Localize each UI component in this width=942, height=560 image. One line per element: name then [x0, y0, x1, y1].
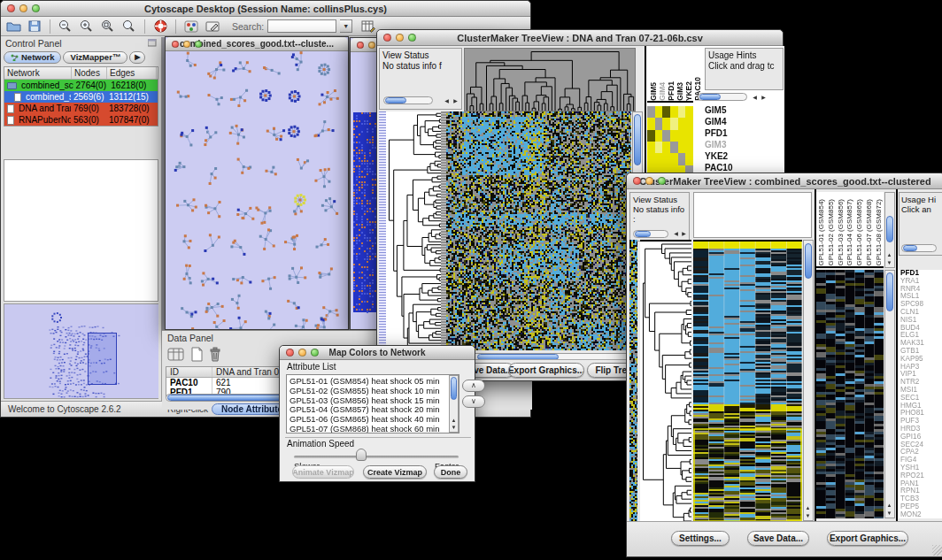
zoom-in-icon[interactable]	[78, 19, 96, 35]
main-titlebar[interactable]: Cytoscape Desktop (Session Name: collins…	[1, 1, 530, 17]
open-file-icon[interactable]	[4, 19, 22, 35]
zoom-button[interactable]	[311, 349, 319, 357]
create-vizmap-button[interactable]: Create Vizmap	[363, 465, 427, 479]
help-lifebuoy-icon[interactable]	[151, 19, 169, 35]
zoom-column-label: GPL51-04 (GSM857)	[845, 199, 853, 266]
network-list-item[interactable]: combined_scores2764(0)16218(0)	[4, 80, 158, 91]
move-down-button[interactable]: ∨	[462, 395, 485, 408]
row-dendrogram[interactable]	[640, 240, 691, 523]
view-status-panel: View Status No status info : ◀ ▶	[629, 192, 690, 242]
close-button[interactable]	[7, 4, 15, 12]
minimize-button[interactable]	[368, 42, 375, 49]
view-status-scrollbar[interactable]	[383, 96, 433, 104]
zoom-column-label: GPL51-06 (GSM865)	[855, 199, 863, 266]
animation-slider-thumb[interactable]	[356, 449, 367, 461]
attribute-select-icon[interactable]	[167, 347, 185, 365]
mini-heatmap-cell	[655, 106, 663, 118]
mini-heatmap-cell	[655, 153, 663, 165]
dialog-titlebar[interactable]: Map Colors to Network	[280, 346, 475, 360]
row-dendrogram[interactable]	[386, 111, 441, 350]
global-heatmap[interactable]	[693, 240, 802, 523]
network-table-header[interactable]: Network Nodes Edges	[4, 67, 158, 80]
network-canvas[interactable]	[166, 51, 348, 329]
zoom-out-icon[interactable]	[57, 19, 74, 35]
network-list-item[interactable]: combined_sco2569(6)13112(15)	[4, 91, 158, 103]
animation-slider-track[interactable]	[294, 456, 459, 458]
search-dropdown-arrow[interactable]: ▼	[340, 19, 352, 33]
save-icon[interactable]	[26, 19, 43, 35]
export-graphics-button[interactable]: Export Graphics...	[827, 531, 908, 546]
minimize-button[interactable]	[298, 349, 306, 357]
network-window-titlebar[interactable]: combined_scores_good.txt--cluste...	[166, 37, 348, 51]
annotation-icon[interactable]	[204, 19, 221, 35]
scroll-right-arrow[interactable]: ▶	[452, 98, 459, 104]
zoom-heatmap[interactable]	[816, 270, 884, 518]
network-list-item[interactable]: DNA and Tran 07769(0)183728(0)	[4, 103, 158, 114]
export-graphics-button[interactable]: Export Graphics...	[508, 363, 584, 378]
network-overview-thumbnail[interactable]	[4, 303, 158, 399]
scroll-right-arrow[interactable]: ▶	[680, 231, 688, 237]
zoom-actual-icon[interactable]	[120, 19, 138, 35]
resize-grip[interactable]	[932, 545, 942, 556]
new-attribute-icon[interactable]	[190, 347, 204, 365]
attribute-list-scrollbar[interactable]: ▲▼	[449, 375, 459, 433]
close-button[interactable]	[633, 177, 641, 185]
scroll-left-arrow[interactable]: ◀	[751, 95, 759, 101]
zoom-hscrollbar[interactable]	[698, 93, 747, 101]
attribute-table-icon[interactable]	[359, 19, 377, 35]
animate-vizmap-button[interactable]: Animate Vizmap	[292, 465, 354, 479]
vizmap-nodes-icon[interactable]	[182, 19, 200, 35]
mini-heatmap-cell	[647, 142, 655, 153]
treeview-window-combined: ClusterMaker TreeView : combined_scores_…	[626, 173, 942, 557]
close-button[interactable]	[286, 349, 294, 357]
scroll-left-arrow[interactable]: ◀	[443, 98, 451, 104]
mini-heatmap-cell	[678, 130, 686, 142]
attribute-item[interactable]: GPL51-07 (GSM868) heat shock 60 min	[290, 425, 459, 433]
settings-button[interactable]: Settings...	[671, 531, 730, 546]
labels-vscrollbar[interactable]: ▲▼	[884, 192, 895, 268]
close-button[interactable]	[383, 34, 391, 42]
network-view-window: combined_scores_good.txt--cluste...	[165, 36, 349, 330]
float-panel-icon[interactable]	[148, 38, 157, 49]
search-label: Search:	[232, 21, 264, 32]
mini-heatmap-cell	[670, 106, 678, 118]
zoom-vscrollbar[interactable]: ▲▼	[884, 270, 895, 518]
view-status-scrollbar[interactable]	[633, 230, 668, 238]
minimize-button[interactable]	[183, 41, 190, 48]
minimize-button[interactable]	[396, 34, 404, 42]
mini-heatmap-cell	[685, 130, 693, 142]
minimize-button[interactable]	[19, 4, 27, 12]
minimize-button[interactable]	[645, 177, 653, 185]
tab-vizmapper[interactable]: VizMapper™	[63, 51, 127, 64]
network-list-item[interactable]: RNAPuberNov2+I563(0)107847(0)	[4, 114, 158, 126]
done-button[interactable]: Done	[434, 465, 467, 479]
global-heatmap[interactable]	[446, 111, 631, 350]
zoom-button[interactable]	[32, 4, 40, 12]
zoom-fit-icon[interactable]	[99, 19, 117, 35]
zoom-heatmap[interactable]	[647, 106, 693, 177]
scroll-left-arrow[interactable]: ◀	[672, 231, 680, 237]
move-up-button[interactable]: ∧	[462, 380, 485, 392]
zoom-column-label: GPL51-01 (GSM854)	[817, 199, 825, 266]
tab-overflow-arrow[interactable]: ▶	[129, 51, 145, 64]
usage-hints-scrollbar[interactable]	[901, 244, 937, 252]
save-data-button[interactable]: Save Data...	[747, 531, 809, 546]
gene-name-list[interactable]: PFD1YRA1RNR4MSL1SPC98CLN1NIS1BUD4ELG1MAK…	[898, 270, 942, 518]
treeview1-titlebar[interactable]: ClusterMaker TreeView : DNA and Tran 07-…	[377, 30, 783, 46]
gene-label[interactable]: MON2	[900, 511, 942, 518]
column-dendrogram[interactable]	[464, 48, 636, 111]
attribute-list[interactable]: GPL51-01 (GSM854) heat shock 05 minGPL51…	[286, 374, 459, 433]
zoom-button[interactable]	[195, 41, 202, 48]
zoom-button[interactable]	[408, 34, 416, 42]
delete-attribute-icon[interactable]	[209, 347, 221, 365]
mini-heatmap-cell	[670, 142, 678, 153]
scroll-right-arrow[interactable]: ▶	[760, 95, 768, 101]
heatmap-vscrollbar[interactable]: ▲▼	[803, 240, 814, 521]
close-button[interactable]	[357, 42, 364, 49]
close-button[interactable]	[172, 41, 179, 48]
tab-network[interactable]: Network	[4, 51, 61, 64]
attribute-item[interactable]: GPL51-02 (GSM855) heat shock 10 min	[290, 387, 459, 396]
treeview2-titlebar[interactable]: ClusterMaker TreeView : combined_scores_…	[627, 173, 942, 189]
search-input[interactable]	[267, 19, 336, 33]
zoom-button[interactable]	[658, 177, 666, 185]
